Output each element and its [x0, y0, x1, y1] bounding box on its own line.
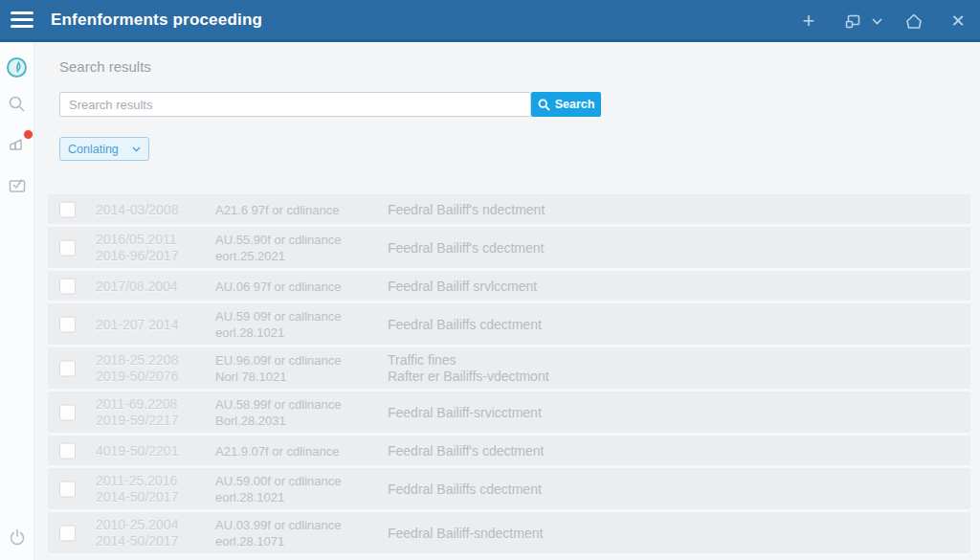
row-description: Feedral Bailiff's cdectment: [388, 239, 545, 256]
row-date: 201-207 2014: [96, 316, 178, 332]
table-row[interactable]: 2010-25.20042014-50/2017 AU.03.99f or cd…: [48, 512, 970, 556]
main-content: Search results Search Conlating 2014-03/…: [35, 42, 980, 560]
row-checkbox[interactable]: [59, 360, 76, 376]
row-amount: AU.59 09f or callnanceeorl.28.1021: [215, 308, 342, 341]
row-checkbox[interactable]: [59, 404, 76, 420]
row-date: 2018-25.22082019-50/2076: [96, 352, 178, 385]
page-title: Search results: [59, 58, 151, 75]
row-amount: AU.55.90f or cdlinanceeort.25.2021: [215, 232, 342, 264]
row-amount: A21.9.07f or cdlinance: [215, 442, 339, 459]
row-amount: AU.58.99f or cdlinanceBorl.28.2031: [215, 396, 342, 429]
row-date: 2010-25.20042014-50/2017: [96, 517, 178, 549]
row-checkbox[interactable]: [59, 316, 76, 332]
chevron-down-icon[interactable]: [867, 18, 886, 25]
row-amount: EU.96.09f or cdlinanceNorl 78.1021: [215, 352, 342, 385]
row-date: 4019-50/2201: [96, 442, 178, 459]
table-row[interactable]: 201-207 2014 AU.59 09f or callnanceeorl.…: [48, 303, 970, 347]
table-row[interactable]: 4019-50/2201 A21.9.07f or cdlinance Feed…: [48, 436, 970, 468]
row-checkbox[interactable]: [59, 481, 76, 497]
mail-icon[interactable]: [6, 174, 29, 197]
power-icon[interactable]: [6, 526, 29, 549]
row-description: Feedral Bailiff-sndectment: [388, 525, 543, 541]
topbar: Enfenforments proceeding + ✕: [0, 0, 980, 42]
menu-icon[interactable]: [11, 11, 33, 28]
chart-icon[interactable]: [6, 133, 29, 156]
row-checkbox[interactable]: [59, 442, 76, 459]
row-description: Feedral Bailiff's cdectment: [388, 442, 545, 459]
table-row[interactable]: 2014-03/2008 A21.6 97f or cdlinance Feed…: [48, 194, 970, 227]
window-title: Enfenforments proceeding: [51, 11, 262, 30]
filter-dropdown[interactable]: Conlating: [59, 137, 149, 161]
row-date: 2014-03/2008: [96, 201, 178, 217]
notification-badge: [23, 129, 33, 140]
row-amount: A21.6 97f or cdlinance: [215, 201, 339, 217]
row-description: Feddral Bailiffs cdectment: [388, 481, 542, 497]
chevron-down-icon: [132, 146, 141, 152]
search-button-label: Search: [555, 98, 595, 111]
home-icon[interactable]: [902, 12, 926, 31]
app-logo[interactable]: [6, 56, 29, 78]
row-description: Traffic finesRafter er Bailiffs-vdectmon…: [388, 352, 549, 385]
row-date: 2017/08.2004: [96, 278, 178, 294]
search-results-list: 2014-03/2008 A21.6 97f or cdlinance Feed…: [48, 194, 970, 556]
close-icon[interactable]: ✕: [944, 11, 972, 32]
table-row[interactable]: 2018-25.22082019-50/2076 EU.96.09f or cd…: [48, 347, 970, 392]
row-description: Feedral Bailiff srvlccment: [388, 278, 537, 294]
row-description: Feedral Bailiff-srvicctment: [388, 404, 542, 420]
table-row[interactable]: 2016/05.20112016-96/2017 AU.55.90f or cd…: [48, 227, 970, 271]
row-description: Feedral Bailiff's ndectment: [388, 201, 545, 217]
row-description: Feedral Bailiffs cdectment: [388, 316, 542, 332]
row-checkbox[interactable]: [59, 239, 76, 256]
row-checkbox[interactable]: [59, 201, 76, 217]
search-icon: [538, 99, 550, 111]
row-amount: AU.06 97f or cdlinance: [215, 278, 342, 294]
table-row[interactable]: 2017/08.2004 AU.06 97f or cdlinance Feed…: [48, 271, 970, 303]
row-amount: AU.59.00f or cdlinanceeorl.28.1021: [215, 473, 342, 505]
plus-icon[interactable]: +: [794, 9, 823, 34]
row-date: 2016/05.20112016-96/2017: [96, 232, 178, 264]
row-date: 2011-25.20162014-50/2017: [96, 473, 178, 505]
table-row[interactable]: 2011-25.20162014-50/2017 AU.59.00f or cd…: [48, 468, 970, 512]
search-button[interactable]: Search: [531, 92, 601, 117]
filter-selected-value: Conlating: [68, 143, 119, 156]
row-checkbox[interactable]: [59, 525, 76, 541]
print-icon[interactable]: [840, 12, 865, 31]
row-date: 2011-69.22082019-59/2217: [96, 396, 178, 429]
search-icon[interactable]: [6, 92, 29, 115]
row-checkbox[interactable]: [59, 278, 76, 294]
table-row[interactable]: 2011-69.22082019-59/2217 AU.58.99f or cd…: [48, 392, 970, 436]
search-input[interactable]: [59, 92, 531, 117]
row-amount: AU.03.99f or cdlinanceeorl.28.1071: [215, 517, 342, 549]
sidebar: [0, 42, 34, 560]
